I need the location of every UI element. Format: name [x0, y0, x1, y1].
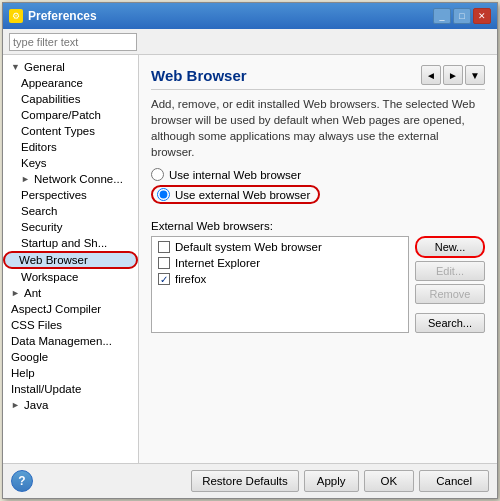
cancel-button[interactable]: Cancel: [419, 470, 489, 492]
bottom-left: ?: [11, 470, 33, 492]
sidebar-label-install: Install/Update: [11, 383, 81, 395]
sidebar-label-compare: Compare/Patch: [21, 109, 101, 121]
sidebar-label-webbrowser: Web Browser: [19, 254, 88, 266]
radio-external-highlight: Use external Web browser: [151, 185, 320, 204]
sidebar-item-network[interactable]: ► Network Conne...: [3, 171, 138, 187]
content-description: Add, remove, or edit installed Web brows…: [151, 96, 485, 160]
browser-item-ie[interactable]: Internet Explorer: [154, 255, 406, 271]
browser-action-buttons: New... Edit... Remove Search...: [415, 236, 485, 333]
filter-input[interactable]: [9, 33, 137, 51]
preferences-window: ⚙ Preferences _ □ ✕ ▼ General: [2, 2, 498, 499]
sidebar-label-general: General: [24, 61, 65, 73]
expand-arrow-network: ►: [21, 174, 31, 184]
browser-item-default[interactable]: Default system Web browser: [154, 239, 406, 255]
sidebar-item-datamgmt[interactable]: Data Managemen...: [3, 333, 138, 349]
dropdown-button[interactable]: ▼: [465, 65, 485, 85]
sidebar-item-keys[interactable]: Keys: [3, 155, 138, 171]
sidebar-item-appearance[interactable]: Appearance: [3, 75, 138, 91]
radio-internal-label: Use internal Web browser: [169, 169, 301, 181]
sidebar-label-java: Java: [24, 399, 48, 411]
sidebar-item-webbrowser[interactable]: Web Browser: [3, 251, 138, 269]
bottom-right-buttons: Restore Defaults Apply OK Cancel: [191, 470, 489, 492]
sidebar-label-cssfiles: CSS Files: [11, 319, 62, 331]
sidebar: ▼ General Appearance Capabilities Compar…: [3, 55, 139, 463]
radio-external-row: Use external Web browser: [151, 185, 485, 204]
sidebar-item-java[interactable]: ► Java: [3, 397, 138, 413]
sidebar-label-network: Network Conne...: [34, 173, 123, 185]
window-title: Preferences: [28, 9, 97, 23]
main-content: ▼ General Appearance Capabilities Compar…: [3, 55, 497, 463]
sidebar-label-aspectj: AspectJ Compiler: [11, 303, 101, 315]
sidebar-item-capabilities[interactable]: Capabilities: [3, 91, 138, 107]
maximize-button[interactable]: □: [453, 8, 471, 24]
browser-label-firefox: firefox: [175, 273, 206, 285]
sidebar-label-help: Help: [11, 367, 35, 379]
expand-arrow-ant: ►: [11, 288, 21, 298]
nav-buttons: ◄ ► ▼: [421, 65, 485, 85]
radio-external[interactable]: [157, 188, 170, 201]
sidebar-label-workspace: Workspace: [21, 271, 78, 283]
sidebar-label-security: Security: [21, 221, 63, 233]
browser-label-default: Default system Web browser: [175, 241, 322, 253]
apply-button[interactable]: Apply: [304, 470, 359, 492]
sidebar-item-startup[interactable]: Startup and Sh...: [3, 235, 138, 251]
sidebar-item-compare[interactable]: Compare/Patch: [3, 107, 138, 123]
search-button[interactable]: Search...: [415, 313, 485, 333]
sidebar-label-google: Google: [11, 351, 48, 363]
sidebar-label-search: Search: [21, 205, 57, 217]
sidebar-item-google[interactable]: Google: [3, 349, 138, 365]
sidebar-label-content-types: Content Types: [21, 125, 95, 137]
checkbox-ie[interactable]: [158, 257, 170, 269]
close-button[interactable]: ✕: [473, 8, 491, 24]
sidebar-label-keys: Keys: [21, 157, 47, 169]
browser-list-section: External Web browsers: Default system We…: [151, 220, 485, 333]
radio-internal[interactable]: [151, 168, 164, 181]
radio-external-label: Use external Web browser: [175, 189, 310, 201]
sidebar-container: ▼ General Appearance Capabilities Compar…: [3, 55, 139, 463]
title-bar-left: ⚙ Preferences: [9, 9, 97, 23]
expand-arrow-general: ▼: [11, 62, 21, 72]
sidebar-item-workspace[interactable]: Workspace: [3, 269, 138, 285]
sidebar-label-datamgmt: Data Managemen...: [11, 335, 112, 347]
sidebar-item-cssfiles[interactable]: CSS Files: [3, 317, 138, 333]
help-button[interactable]: ?: [11, 470, 33, 492]
sidebar-item-help[interactable]: Help: [3, 365, 138, 381]
sidebar-item-editors[interactable]: Editors: [3, 139, 138, 155]
sidebar-item-aspectj[interactable]: AspectJ Compiler: [3, 301, 138, 317]
ok-button[interactable]: OK: [364, 470, 415, 492]
sidebar-label-editors: Editors: [21, 141, 57, 153]
sidebar-item-search[interactable]: Search: [3, 203, 138, 219]
content-title: Web Browser: [151, 67, 247, 84]
new-button[interactable]: New...: [415, 236, 485, 258]
sidebar-scroll: ▼ General Appearance Capabilities Compar…: [3, 55, 138, 417]
sidebar-label-startup: Startup and Sh...: [21, 237, 107, 249]
sidebar-item-security[interactable]: Security: [3, 219, 138, 235]
browser-item-firefox[interactable]: ✓ firefox: [154, 271, 406, 287]
checkbox-default[interactable]: [158, 241, 170, 253]
radio-internal-row: Use internal Web browser: [151, 168, 485, 181]
sidebar-item-ant[interactable]: ► Ant: [3, 285, 138, 301]
window-icon: ⚙: [9, 9, 23, 23]
browser-list[interactable]: Default system Web browser Internet Expl…: [151, 236, 409, 333]
sidebar-item-install[interactable]: Install/Update: [3, 381, 138, 397]
restore-defaults-button[interactable]: Restore Defaults: [191, 470, 299, 492]
minimize-button[interactable]: _: [433, 8, 451, 24]
window-controls: _ □ ✕: [433, 8, 491, 24]
content-area: Web Browser ◄ ► ▼ Add, remove, or edit i…: [139, 55, 497, 463]
remove-button[interactable]: Remove: [415, 284, 485, 304]
radio-group: Use internal Web browser Use external We…: [151, 168, 485, 208]
back-button[interactable]: ◄: [421, 65, 441, 85]
sidebar-label-capabilities: Capabilities: [21, 93, 80, 105]
sidebar-label-ant: Ant: [24, 287, 41, 299]
sidebar-item-general[interactable]: ▼ General: [3, 59, 138, 75]
expand-arrow-java: ►: [11, 400, 21, 410]
sidebar-label-perspectives: Perspectives: [21, 189, 87, 201]
browser-list-container: Default system Web browser Internet Expl…: [151, 236, 485, 333]
sidebar-label-appearance: Appearance: [21, 77, 83, 89]
checkbox-firefox[interactable]: ✓: [158, 273, 170, 285]
sidebar-item-perspectives[interactable]: Perspectives: [3, 187, 138, 203]
forward-button[interactable]: ►: [443, 65, 463, 85]
external-browsers-label: External Web browsers:: [151, 220, 485, 232]
sidebar-item-content-types[interactable]: Content Types: [3, 123, 138, 139]
edit-button[interactable]: Edit...: [415, 261, 485, 281]
